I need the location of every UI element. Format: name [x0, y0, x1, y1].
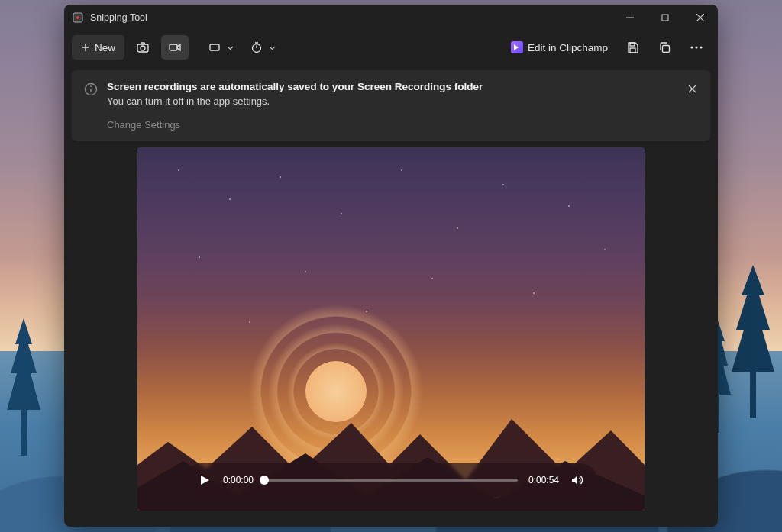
- close-button[interactable]: [683, 5, 718, 31]
- content-area: 0:00:00 0:00:54: [64, 147, 718, 527]
- banner-title: Screen recordings are automatically save…: [107, 81, 483, 92]
- desktop-wallpaper: Snipping Tool New: [0, 0, 782, 532]
- notification-banner: Screen recordings are automatically save…: [72, 70, 710, 141]
- wallpaper-tree: [5, 318, 43, 456]
- snip-mode-button[interactable]: [129, 35, 157, 60]
- record-mode-button[interactable]: [161, 35, 189, 60]
- video-camera-icon: [168, 40, 182, 54]
- svg-rect-2: [21, 408, 27, 456]
- chevron-down-icon: [227, 44, 234, 51]
- minimize-button[interactable]: [612, 5, 648, 31]
- copy-button[interactable]: [651, 35, 678, 60]
- copy-icon: [658, 41, 671, 54]
- svg-point-22: [695, 46, 697, 48]
- maximize-button[interactable]: [648, 5, 683, 31]
- seek-thumb[interactable]: [260, 476, 269, 485]
- banner-subtitle: You can turn it off in the app settings.: [107, 95, 483, 107]
- svg-rect-18: [630, 43, 635, 46]
- svg-rect-13: [170, 44, 177, 50]
- titlebar[interactable]: Snipping Tool: [64, 5, 718, 31]
- current-time: 0:00:00: [223, 475, 254, 485]
- svg-point-26: [90, 85, 92, 87]
- toolbar: New: [64, 31, 718, 64]
- save-icon: [626, 41, 639, 54]
- svg-rect-14: [210, 44, 219, 50]
- svg-rect-6: [662, 15, 668, 21]
- wallpaper-tree: [730, 265, 776, 418]
- seek-bar[interactable]: [264, 479, 518, 482]
- total-time: 0:00:54: [528, 475, 559, 485]
- more-icon: [690, 46, 703, 49]
- info-icon: [84, 82, 98, 96]
- change-settings-link[interactable]: Change Settings: [107, 119, 180, 131]
- app-icon: [72, 11, 84, 24]
- new-button[interactable]: New: [72, 35, 124, 60]
- svg-point-4: [76, 16, 79, 19]
- video-controls: 0:00:00 0:00:54: [185, 463, 597, 497]
- banner-close-button[interactable]: [681, 78, 703, 99]
- delay-dropdown[interactable]: [244, 35, 282, 60]
- svg-point-21: [690, 46, 693, 48]
- timer-icon: [250, 41, 263, 53]
- volume-button[interactable]: [570, 473, 585, 487]
- play-button[interactable]: [197, 474, 212, 486]
- window-controls: [612, 5, 718, 31]
- window-title: Snipping Tool: [90, 12, 612, 23]
- save-button[interactable]: [619, 35, 646, 60]
- svg-point-23: [700, 46, 702, 48]
- edit-clipchamp-label: Edit in Clipchamp: [528, 42, 608, 53]
- svg-rect-20: [662, 45, 669, 52]
- edit-clipchamp-button[interactable]: Edit in Clipchamp: [505, 35, 614, 60]
- clipchamp-icon: [511, 41, 523, 53]
- video-preview[interactable]: 0:00:00 0:00:54: [137, 147, 645, 511]
- chevron-down-icon: [269, 44, 276, 51]
- more-button[interactable]: [683, 35, 710, 60]
- plus-icon: [81, 43, 90, 52]
- new-button-label: New: [95, 42, 115, 53]
- svg-rect-19: [630, 48, 635, 53]
- shape-dropdown[interactable]: [202, 35, 240, 60]
- svg-rect-0: [750, 370, 756, 418]
- camera-icon: [136, 40, 150, 54]
- app-window: Snipping Tool New: [64, 5, 718, 527]
- svg-point-12: [141, 46, 145, 50]
- rectangle-icon: [208, 42, 221, 53]
